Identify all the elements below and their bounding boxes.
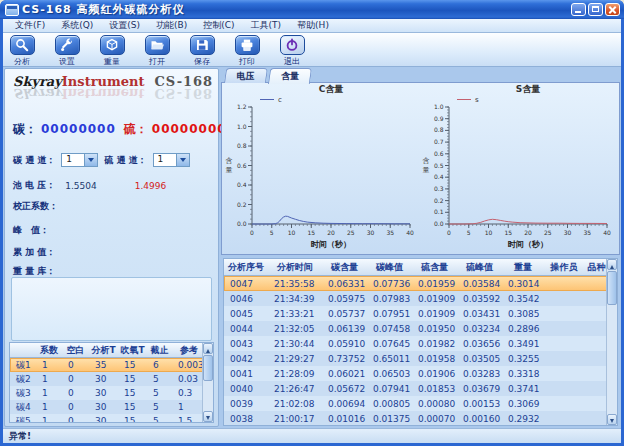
table-row[interactable]: 004021:26:470.056720.079410.018530.03679… [224, 381, 617, 396]
weight-library-box[interactable] [11, 277, 212, 341]
table-cell: 0.01958 [412, 354, 457, 364]
open-icon [145, 35, 170, 55]
carbon-channel-select[interactable]: 1 [61, 153, 98, 167]
table-cell: 30 [89, 402, 118, 412]
table-row[interactable]: 004221:29:270.737520.650110.019580.03505… [224, 351, 617, 366]
menu-item-6[interactable]: 帮助(H) [289, 19, 337, 32]
sulfur-channel-select[interactable]: 1 [153, 153, 190, 167]
column-header[interactable]: 参考 [172, 344, 206, 357]
minimize-button[interactable] [571, 3, 586, 16]
results-scrollbar[interactable] [606, 259, 617, 425]
column-header[interactable]: 操作员 [544, 261, 584, 274]
toolbar-weight-button[interactable]: 重量 [99, 35, 125, 67]
scroll-thumb[interactable] [203, 355, 213, 381]
scroll-down-icon[interactable] [203, 411, 213, 422]
table-row[interactable]: 碳110351560.003 [10, 358, 213, 372]
carbon-value: 00000000 [41, 122, 116, 136]
menu-item-1[interactable]: 系统(Q) [53, 19, 101, 32]
table-row[interactable]: 004421:32:050.061390.074580.019500.03234… [224, 321, 617, 336]
column-header[interactable]: 分析时间 [268, 261, 322, 274]
column-header[interactable]: 硫峰值 [457, 261, 502, 274]
table-cell: 0.01982 [412, 339, 457, 349]
scroll-up-icon[interactable] [203, 343, 213, 354]
table-cell: 0.00694 [322, 399, 367, 409]
column-header[interactable]: 吹氧T [118, 344, 147, 357]
column-header[interactable]: 分析T [89, 344, 118, 357]
table-row[interactable]: 003821:00:170.010160.013750.000700.00160… [224, 411, 617, 426]
tab-voltage[interactable]: 电压 [224, 68, 268, 83]
menu-item-0[interactable]: 文件(F) [7, 19, 53, 32]
table-row[interactable]: 碳310301550.3 [10, 386, 213, 400]
svg-text:30: 30 [367, 229, 375, 236]
toolbar-analyze-button[interactable]: 分析 [9, 35, 35, 67]
table-row[interactable]: 碳210301550.03 [10, 372, 213, 386]
table-header: 系数空白分析T吹氧T截止参考 [10, 343, 213, 358]
table-row[interactable]: 004721:35:580.063310.077360.019590.03584… [224, 276, 617, 291]
svg-text:0.8: 0.8 [237, 142, 247, 149]
table-cell: 5 [147, 402, 172, 412]
print-icon [235, 35, 260, 55]
table-row[interactable]: 004121:28:090.060210.065030.019060.03283… [224, 366, 617, 381]
toolbar-print-button[interactable]: 打印 [234, 35, 260, 67]
table-cell: 0.3491 [502, 339, 544, 349]
svg-text:0.6: 0.6 [237, 162, 247, 169]
menu-item-4[interactable]: 控制(C) [195, 19, 242, 32]
table-cell: 0046 [224, 294, 268, 304]
tab-content[interactable]: 含量 [268, 68, 312, 84]
table-cell: 1 [36, 388, 62, 398]
toolbar-button-label: 设置 [59, 56, 75, 67]
svg-text:1.0: 1.0 [237, 123, 247, 130]
chevron-down-icon[interactable] [176, 154, 189, 166]
menu-item-5[interactable]: 工具(T) [243, 19, 290, 32]
svg-text:时间（秒）: 时间（秒） [508, 240, 548, 249]
menu-item-2[interactable]: 设置(S) [101, 19, 148, 32]
column-header[interactable]: 硫含量 [412, 261, 457, 274]
table-cell: 0.73752 [322, 354, 367, 364]
table-row[interactable]: 004521:33:210.057370.079510.019090.03431… [224, 306, 617, 321]
scroll-up-icon[interactable] [607, 259, 617, 270]
column-header[interactable]: 空白 [62, 344, 89, 357]
toolbar-exit-button[interactable]: 退出 [279, 35, 305, 67]
method-table-scrollbar[interactable] [202, 343, 213, 422]
peak-row: 峰 值： [13, 224, 214, 237]
toolbar-settings-button[interactable]: 设置 [54, 35, 80, 67]
column-header[interactable]: 碳含量 [322, 261, 367, 274]
titlebar[interactable]: CS-168 高频红外碳硫分析仪 [0, 0, 624, 19]
logo: SkyrayInstrumentCS-168 SkyrayInstrumentC… [13, 74, 214, 112]
column-header[interactable]: 系数 [36, 344, 62, 357]
scroll-thumb[interactable] [607, 271, 617, 305]
svg-text:1.0: 1.0 [434, 103, 444, 110]
chevron-down-icon[interactable] [84, 154, 97, 166]
table-row[interactable]: 碳510301551.5 [10, 414, 213, 423]
table-row[interactable]: 004321:30:440.059100.076450.019820.03656… [224, 336, 617, 351]
menu-item-3[interactable]: 功能(B) [148, 19, 195, 32]
column-header[interactable]: 碳峰值 [367, 261, 412, 274]
column-header[interactable]: 重量 [502, 261, 544, 274]
toolbar: 分析设置重量打开保存打印退出 [3, 33, 621, 67]
svg-text:25: 25 [544, 229, 552, 236]
method-table-grid: 系数空白分析T吹氧T截止参考碳110351560.003碳210301550.0… [10, 343, 213, 423]
accumulate-row: 累 加 值： [13, 246, 214, 259]
table-cell: 碳1 [10, 359, 36, 372]
table-cell: 21:35:58 [268, 279, 322, 289]
table-row[interactable]: 碳410301551 [10, 400, 213, 414]
table-row[interactable]: 004621:34:390.059750.079830.019090.03592… [224, 291, 617, 306]
svg-text:C含量: C含量 [319, 84, 344, 94]
tab-bar: 电压含量 [225, 68, 313, 83]
close-button[interactable] [605, 3, 620, 16]
toolbar-save-button[interactable]: 保存 [189, 35, 215, 67]
weight-icon [100, 35, 125, 55]
maximize-button[interactable] [588, 3, 603, 16]
table-cell: 0041 [224, 369, 268, 379]
column-header[interactable]: 截止 [147, 344, 172, 357]
channel-row: 碳 通 道： 1 硫 通 道： 1 [13, 153, 214, 167]
svg-text:量: 量 [226, 166, 233, 174]
column-header[interactable]: 分析序号 [224, 261, 268, 274]
scroll-down-icon[interactable] [607, 414, 617, 425]
toolbar-open-button[interactable]: 打开 [144, 35, 170, 67]
table-cell: 0.01906 [412, 369, 457, 379]
table-cell: 0.03592 [457, 294, 502, 304]
table-row[interactable]: 003921:02:080.006940.008050.000800.00153… [224, 396, 617, 411]
menu-bar: 文件(F)系统(Q)设置(S)功能(B)控制(C)工具(T)帮助(H) [3, 19, 621, 33]
sulfur-channel-value: 1 [154, 154, 176, 166]
